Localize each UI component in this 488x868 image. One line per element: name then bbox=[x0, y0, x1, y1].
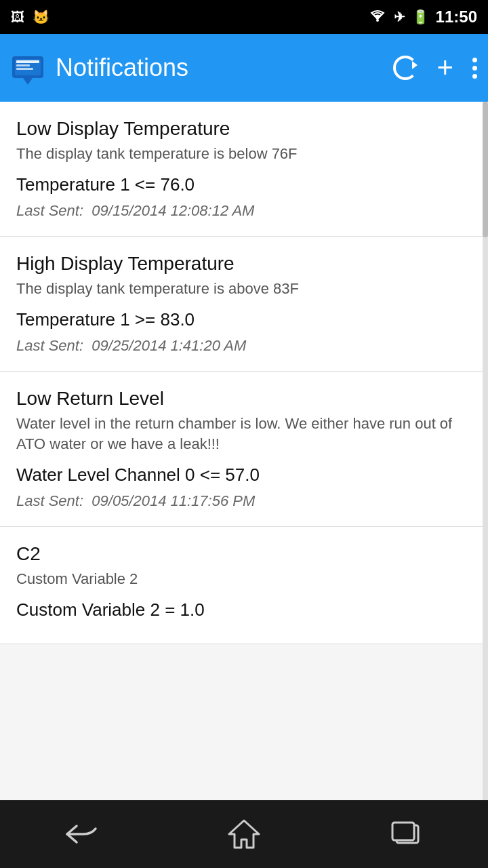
last-sent-value: 09/25/2014 1:41:20 AM bbox=[92, 337, 246, 354]
notification-condition: Temperature 1 >= 83.0 bbox=[16, 309, 462, 330]
notification-description: Custom Variable 2 bbox=[16, 569, 462, 590]
notification-title: C2 bbox=[16, 543, 462, 565]
notification-description: The display tank temperature is below 76… bbox=[16, 144, 462, 165]
refresh-button[interactable] bbox=[393, 56, 418, 80]
svg-marker-7 bbox=[229, 821, 259, 848]
vertical-dots-icon bbox=[472, 58, 477, 79]
last-sent-value: 09/15/2014 12:08:12 AM bbox=[92, 202, 254, 219]
notification-item[interactable]: High Display Temperature The display tan… bbox=[0, 237, 483, 372]
notification-title: Low Display Temperature bbox=[16, 118, 462, 140]
more-options-button[interactable] bbox=[472, 58, 477, 79]
svg-rect-9 bbox=[392, 823, 414, 840]
app-icon bbox=[11, 51, 45, 85]
notification-condition: Custom Variable 2 = 1.0 bbox=[16, 599, 462, 620]
refresh-icon bbox=[393, 56, 418, 80]
airplane-icon: ✈ bbox=[394, 9, 405, 25]
last-sent-label: Last Sent: bbox=[16, 337, 92, 354]
svg-rect-5 bbox=[16, 68, 33, 70]
notification-last-sent: Last Sent: 09/05/2014 11:17:56 PM bbox=[16, 492, 462, 510]
svg-marker-6 bbox=[23, 78, 33, 85]
app-bar: Notifications + bbox=[0, 34, 488, 102]
notification-last-sent: Last Sent: 09/25/2014 1:41:20 AM bbox=[16, 337, 462, 355]
home-button[interactable] bbox=[217, 814, 271, 854]
recents-button[interactable] bbox=[380, 814, 434, 854]
notification-condition: Water Level Channel 0 <= 57.0 bbox=[16, 465, 462, 486]
status-bar-right: ✈ 🔋 11:50 bbox=[368, 7, 477, 26]
notification-last-sent: Last Sent: 09/15/2014 12:08:12 AM bbox=[16, 202, 462, 220]
last-sent-label: Last Sent: bbox=[16, 492, 92, 509]
bottom-nav bbox=[0, 800, 488, 868]
svg-rect-4 bbox=[16, 64, 30, 66]
app-bar-title: Notifications bbox=[56, 54, 382, 82]
notification-title: Low Return Level bbox=[16, 388, 462, 410]
scrollbar-thumb[interactable] bbox=[483, 102, 488, 237]
notification-item[interactable]: Low Display Temperature The display tank… bbox=[0, 102, 483, 237]
notification-item[interactable]: Low Return Level Water level in the retu… bbox=[0, 372, 483, 528]
add-button[interactable]: + bbox=[436, 54, 453, 82]
scrollbar[interactable] bbox=[483, 102, 488, 800]
plus-icon: + bbox=[436, 54, 453, 82]
app-bar-actions: + bbox=[393, 54, 477, 82]
time-display: 11:50 bbox=[436, 7, 477, 26]
status-bar: 🖼 🐱 ✈ 🔋 11:50 bbox=[0, 0, 488, 34]
notification-description: Water level in the return chamber is low… bbox=[16, 414, 462, 456]
back-button[interactable] bbox=[54, 814, 108, 854]
notification-condition: Temperature 1 <= 76.0 bbox=[16, 174, 462, 195]
status-bar-left: 🖼 🐱 bbox=[11, 9, 49, 25]
wifi-icon bbox=[368, 7, 387, 26]
last-sent-value: 09/05/2014 11:17:56 PM bbox=[92, 492, 255, 509]
battery-icon: 🔋 bbox=[412, 9, 429, 25]
last-sent-label: Last Sent: bbox=[16, 202, 92, 219]
svg-rect-3 bbox=[16, 60, 39, 63]
image-icon: 🖼 bbox=[11, 9, 24, 25]
notification-title: High Display Temperature bbox=[16, 253, 462, 275]
notifications-list: Low Display Temperature The display tank… bbox=[0, 102, 488, 800]
svg-point-0 bbox=[376, 19, 379, 22]
notification-item[interactable]: C2 Custom Variable 2 Custom Variable 2 =… bbox=[0, 527, 483, 644]
cat-icon: 🐱 bbox=[33, 9, 49, 25]
notification-description: The display tank temperature is above 83… bbox=[16, 279, 462, 300]
